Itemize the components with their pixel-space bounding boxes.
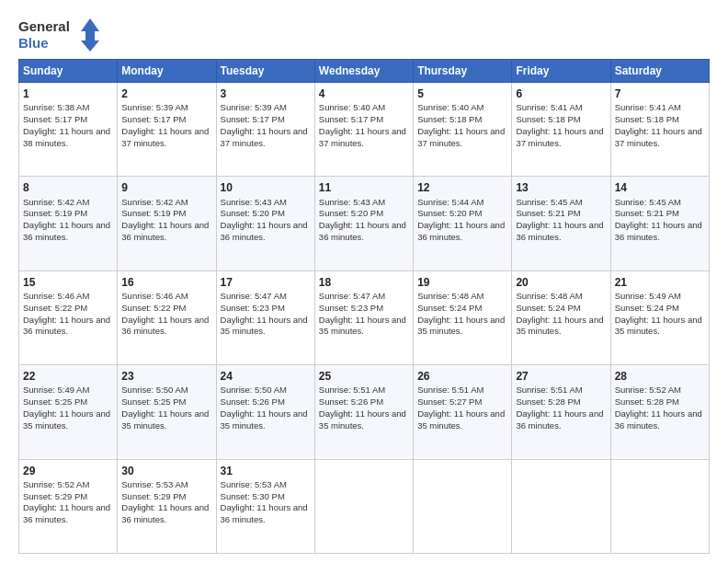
sunset-text: Sunset: 5:27 PM: [417, 396, 482, 407]
day-number: 27: [516, 369, 606, 384]
sunrise-text: Sunrise: 5:46 AM: [23, 291, 89, 301]
daylight-text: Daylight: 11 hours and 36 minutes.: [615, 408, 702, 431]
day-number: 4: [319, 86, 409, 101]
day-number: 3: [221, 86, 311, 101]
calendar-cell: 6Sunrise: 5:41 AMSunset: 5:18 PMDaylight…: [512, 83, 610, 177]
sunset-text: Sunset: 5:19 PM: [121, 208, 186, 218]
week-row-3: 15Sunrise: 5:46 AMSunset: 5:22 PMDayligh…: [19, 270, 710, 364]
sunset-text: Sunset: 5:29 PM: [121, 491, 186, 501]
daylight-text: Daylight: 11 hours and 36 minutes.: [221, 502, 308, 524]
calendar-cell: 11Sunrise: 5:43 AMSunset: 5:20 PMDayligh…: [314, 177, 413, 270]
day-number: 23: [121, 369, 211, 384]
day-number: 7: [615, 86, 705, 101]
daylight-text: Daylight: 11 hours and 35 minutes.: [121, 408, 209, 431]
col-header-thursday: Thursday: [414, 60, 512, 83]
calendar-cell: 12Sunrise: 5:44 AMSunset: 5:20 PMDayligh…: [414, 177, 512, 270]
sunset-text: Sunset: 5:21 PM: [516, 208, 580, 218]
calendar-cell: 13Sunrise: 5:45 AMSunset: 5:21 PMDayligh…: [512, 177, 610, 270]
col-header-monday: Monday: [118, 60, 216, 83]
logo-svg: General Blue: [18, 15, 101, 52]
col-header-sunday: Sunday: [19, 60, 118, 83]
calendar-cell: 22Sunrise: 5:49 AMSunset: 5:25 PMDayligh…: [19, 365, 118, 459]
daylight-text: Daylight: 11 hours and 37 minutes.: [221, 126, 308, 148]
daylight-text: Daylight: 11 hours and 35 minutes.: [417, 315, 505, 337]
week-row-4: 22Sunrise: 5:49 AMSunset: 5:25 PMDayligh…: [19, 365, 710, 459]
calendar-cell: 9Sunrise: 5:42 AMSunset: 5:19 PMDaylight…: [118, 177, 216, 270]
daylight-text: Daylight: 11 hours and 37 minutes.: [121, 126, 209, 148]
daylight-text: Daylight: 11 hours and 37 minutes.: [516, 126, 603, 148]
sunset-text: Sunset: 5:20 PM: [417, 208, 482, 218]
svg-marker-2: [81, 18, 99, 52]
svg-text:General: General: [18, 18, 70, 34]
logo: General Blue: [18, 15, 101, 52]
calendar-cell: 21Sunrise: 5:49 AMSunset: 5:24 PMDayligh…: [610, 270, 709, 364]
daylight-text: Daylight: 11 hours and 37 minutes.: [417, 126, 505, 148]
sunrise-text: Sunrise: 5:53 AM: [121, 479, 188, 489]
sunset-text: Sunset: 5:18 PM: [516, 114, 580, 124]
daylight-text: Daylight: 11 hours and 35 minutes.: [516, 315, 603, 337]
day-number: 28: [615, 369, 705, 384]
calendar-cell: 10Sunrise: 5:43 AMSunset: 5:20 PMDayligh…: [216, 177, 314, 270]
daylight-text: Daylight: 11 hours and 36 minutes.: [121, 315, 209, 337]
sunset-text: Sunset: 5:19 PM: [23, 208, 87, 218]
sunrise-text: Sunrise: 5:39 AM: [121, 102, 188, 112]
day-number: 12: [417, 180, 507, 195]
calendar-cell: 1Sunrise: 5:38 AMSunset: 5:17 PMDaylight…: [19, 83, 118, 177]
daylight-text: Daylight: 11 hours and 36 minutes.: [121, 502, 209, 524]
calendar-cell: 15Sunrise: 5:46 AMSunset: 5:22 PMDayligh…: [19, 270, 118, 364]
week-row-1: 1Sunrise: 5:38 AMSunset: 5:17 PMDaylight…: [19, 83, 710, 177]
daylight-text: Daylight: 11 hours and 36 minutes.: [319, 220, 406, 242]
sunrise-text: Sunrise: 5:41 AM: [615, 102, 681, 112]
calendar-cell: 7Sunrise: 5:41 AMSunset: 5:18 PMDaylight…: [610, 83, 709, 177]
sunrise-text: Sunrise: 5:40 AM: [319, 102, 385, 112]
col-header-saturday: Saturday: [610, 60, 709, 83]
sunrise-text: Sunrise: 5:43 AM: [319, 197, 385, 207]
week-row-2: 8Sunrise: 5:42 AMSunset: 5:19 PMDaylight…: [19, 177, 710, 270]
day-number: 22: [23, 369, 113, 384]
daylight-text: Daylight: 11 hours and 35 minutes.: [221, 315, 308, 337]
day-number: 26: [417, 369, 507, 384]
week-row-5: 29Sunrise: 5:52 AMSunset: 5:29 PMDayligh…: [19, 459, 710, 553]
sunset-text: Sunset: 5:17 PM: [221, 114, 285, 124]
day-number: 15: [23, 275, 113, 290]
sunrise-text: Sunrise: 5:47 AM: [319, 291, 385, 301]
calendar-cell: 31Sunrise: 5:53 AMSunset: 5:30 PMDayligh…: [216, 459, 314, 553]
sunset-text: Sunset: 5:17 PM: [121, 114, 186, 124]
daylight-text: Daylight: 11 hours and 38 minutes.: [23, 126, 110, 148]
sunrise-text: Sunrise: 5:49 AM: [23, 385, 89, 395]
sunset-text: Sunset: 5:25 PM: [23, 396, 87, 407]
day-number: 5: [417, 86, 507, 101]
day-number: 31: [221, 464, 311, 478]
calendar-cell: 28Sunrise: 5:52 AMSunset: 5:28 PMDayligh…: [610, 365, 709, 459]
sunrise-text: Sunrise: 5:52 AM: [615, 385, 681, 395]
day-number: 16: [121, 275, 211, 290]
day-number: 20: [516, 275, 606, 290]
sunrise-text: Sunrise: 5:41 AM: [516, 102, 582, 112]
calendar-cell: 2Sunrise: 5:39 AMSunset: 5:17 PMDaylight…: [118, 83, 216, 177]
calendar-cell: 23Sunrise: 5:50 AMSunset: 5:25 PMDayligh…: [118, 365, 216, 459]
calendar-cell: [314, 459, 413, 553]
sunrise-text: Sunrise: 5:48 AM: [516, 291, 582, 301]
sunset-text: Sunset: 5:29 PM: [23, 491, 87, 501]
sunset-text: Sunset: 5:23 PM: [221, 303, 285, 313]
calendar-cell: 4Sunrise: 5:40 AMSunset: 5:17 PMDaylight…: [314, 83, 413, 177]
sunrise-text: Sunrise: 5:51 AM: [516, 385, 582, 395]
daylight-text: Daylight: 11 hours and 35 minutes.: [319, 315, 406, 337]
header-row: SundayMondayTuesdayWednesdayThursdayFrid…: [19, 60, 710, 83]
sunset-text: Sunset: 5:26 PM: [221, 396, 285, 407]
calendar-cell: 26Sunrise: 5:51 AMSunset: 5:27 PMDayligh…: [414, 365, 512, 459]
col-header-friday: Friday: [512, 60, 610, 83]
calendar-cell: 5Sunrise: 5:40 AMSunset: 5:18 PMDaylight…: [414, 83, 512, 177]
day-number: 24: [221, 369, 311, 384]
daylight-text: Daylight: 11 hours and 36 minutes.: [417, 220, 505, 242]
sunrise-text: Sunrise: 5:48 AM: [417, 291, 483, 301]
sunset-text: Sunset: 5:28 PM: [615, 396, 679, 407]
sunrise-text: Sunrise: 5:45 AM: [516, 197, 582, 207]
sunset-text: Sunset: 5:24 PM: [516, 303, 580, 313]
sunrise-text: Sunrise: 5:42 AM: [121, 197, 188, 207]
calendar-cell: 24Sunrise: 5:50 AMSunset: 5:26 PMDayligh…: [216, 365, 314, 459]
daylight-text: Daylight: 11 hours and 37 minutes.: [615, 126, 702, 148]
sunset-text: Sunset: 5:20 PM: [221, 208, 285, 218]
sunrise-text: Sunrise: 5:44 AM: [417, 197, 483, 207]
calendar-cell: [414, 459, 512, 553]
